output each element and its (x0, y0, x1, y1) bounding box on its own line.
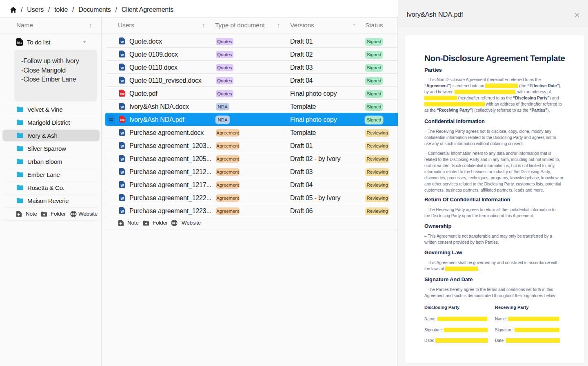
svg-text:w: w (120, 196, 124, 201)
svg-text:w: w (120, 209, 124, 214)
svg-text:w: w (120, 105, 124, 109)
svg-text:PDF: PDF (120, 119, 125, 121)
svg-text:w: w (120, 53, 124, 57)
svg-text:w: w (120, 144, 124, 148)
svg-text:PDF: PDF (120, 93, 125, 95)
svg-text:w: w (120, 157, 124, 161)
svg-text:w: w (120, 66, 124, 70)
svg-text:w: w (120, 131, 124, 135)
svg-text:M: M (17, 41, 20, 44)
svg-text:w: w (120, 79, 124, 83)
svg-text:w: w (120, 170, 124, 174)
svg-text:w: w (120, 40, 124, 44)
svg-text:w: w (120, 183, 124, 187)
